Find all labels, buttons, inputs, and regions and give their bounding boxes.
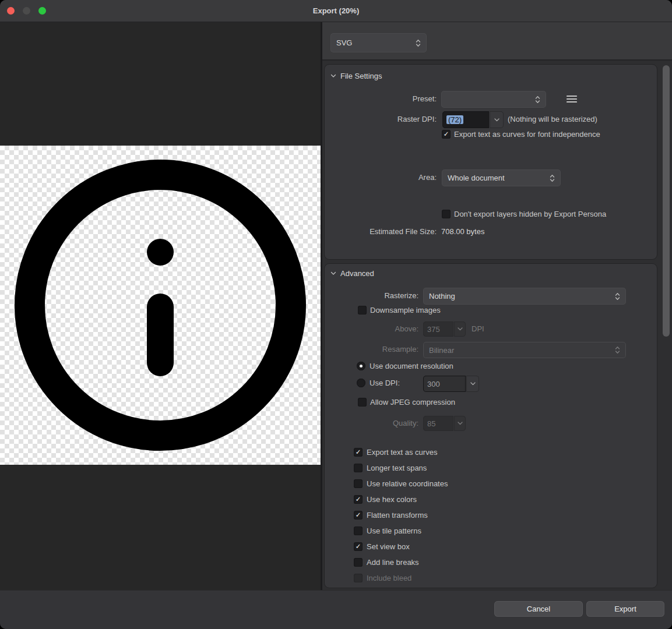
export-text-curves-label: Export text as curves for font independe… [454, 129, 600, 140]
svg-option-row: Export text as curves [325, 445, 658, 461]
raster-dpi-label: Raster DPI: [325, 114, 437, 125]
option-label: Use tile patterns [367, 525, 421, 537]
above-label: Above: [325, 323, 418, 335]
stepper-chevrons-icon [416, 39, 421, 47]
estimated-size-label: Estimated File Size: [325, 226, 437, 238]
info-circle-icon [0, 146, 321, 465]
preset-select[interactable] [441, 91, 546, 108]
raster-dpi-combo[interactable]: (72) [442, 111, 504, 128]
dont-export-hidden-label: Don't export layers hidden by Export Per… [454, 209, 606, 220]
cancel-button[interactable]: Cancel [494, 601, 583, 617]
advanced-title: Advanced [340, 269, 374, 278]
raster-dpi-dropdown-button[interactable] [490, 111, 504, 128]
chevron-down-icon [458, 422, 463, 425]
chevron-down-icon [458, 327, 463, 331]
svg-option-row: Use tile patterns [325, 524, 658, 539]
option-label: Set view box [367, 541, 410, 553]
resample-select: Bilinear [423, 342, 626, 358]
export-button[interactable]: Export [586, 601, 664, 617]
scrollbar-thumb[interactable] [663, 65, 670, 337]
option-label: Flatten transforms [367, 510, 428, 521]
chevron-down-icon [470, 382, 476, 386]
format-select-value: SVG [336, 38, 416, 47]
stepper-chevrons-icon [550, 174, 555, 182]
chevron-down-icon [494, 118, 499, 122]
format-select[interactable]: SVG [330, 33, 427, 52]
export-dialog: Export (20%) SVG [0, 0, 672, 629]
use-dpi-radio[interactable] [357, 379, 365, 387]
settings-pane: SVG File Settings Preset: [322, 22, 672, 590]
rasterize-select-value: Nothing [429, 292, 615, 301]
estimated-size-value: 708.00 bytes [441, 226, 484, 238]
raster-dpi-value: (72) [446, 115, 463, 124]
preset-label: Preset: [325, 93, 437, 105]
use-doc-resolution-label: Use document resolution [370, 361, 453, 372]
option-checkbox[interactable] [354, 558, 363, 567]
use-dpi-value: 300 [427, 380, 440, 388]
option-checkbox[interactable] [354, 479, 363, 488]
option-checkbox[interactable] [354, 511, 363, 520]
preset-menu-icon[interactable] [567, 95, 577, 103]
svg-option-row: Add line breaks [325, 555, 658, 571]
downsample-checkbox[interactable] [358, 306, 367, 314]
svg-option-row: Include bleed [325, 571, 658, 586]
svg-option-row: Longer text spans [325, 461, 658, 476]
jpeg-compression-checkbox[interactable] [358, 398, 367, 407]
option-label: Use relative coordinates [367, 478, 448, 490]
resample-select-value: Bilinear [429, 346, 615, 355]
svg-option-row: Flatten transforms [325, 508, 658, 524]
file-settings-title: File Settings [340, 72, 382, 80]
option-label: Longer text spans [367, 462, 427, 474]
export-text-curves-checkbox[interactable] [442, 130, 451, 139]
raster-dpi-field[interactable]: (72) [442, 111, 489, 128]
option-label: Add line breaks [367, 557, 419, 568]
area-select[interactable]: Whole document [442, 169, 561, 186]
advanced-panel: Advanced Rasterize: Nothing Downsample i… [324, 263, 657, 588]
option-checkbox[interactable] [354, 464, 363, 472]
quality-field: 85 [423, 416, 453, 431]
quality-label: Quality: [325, 418, 418, 429]
stepper-chevrons-icon [615, 292, 620, 301]
option-label: Include bleed [367, 573, 411, 584]
dont-export-hidden-checkbox[interactable] [442, 210, 451, 218]
option-label: Export text as curves [367, 447, 437, 458]
footer-bar: Cancel Export [0, 590, 672, 629]
above-field: 375 [423, 321, 453, 337]
use-dpi-combo[interactable]: 300 [423, 376, 479, 392]
option-checkbox [354, 574, 363, 582]
use-dpi-dropdown-button[interactable] [466, 376, 479, 392]
disclosure-chevron-icon [330, 271, 336, 275]
quality-value: 85 [427, 419, 435, 428]
transparency-checkerboard [0, 146, 321, 465]
option-checkbox[interactable] [354, 542, 363, 551]
option-checkbox[interactable] [354, 495, 363, 504]
use-doc-resolution-radio[interactable] [357, 362, 365, 370]
option-checkbox[interactable] [354, 448, 363, 457]
svg-option-row: Set view box [325, 539, 658, 555]
downsample-label: Downsample images [370, 305, 441, 316]
svg-option-row: Use hex colors [325, 492, 658, 508]
quality-combo: 85 [423, 416, 466, 431]
title-bar: Export (20%) [0, 0, 672, 22]
jpeg-compression-label: Allow JPEG compression [370, 397, 455, 408]
svg-option-row: Use relative coordinates [325, 476, 658, 492]
preview-pane [0, 22, 321, 590]
format-strip: SVG [322, 22, 672, 61]
above-unit: DPI [472, 323, 484, 335]
file-settings-panel: File Settings Preset: Raster DPI: (72) [324, 64, 657, 260]
window-title: Export (20%) [0, 0, 672, 22]
stepper-chevrons-icon [535, 96, 540, 104]
option-label: Use hex colors [367, 494, 417, 506]
disclosure-chevron-icon [330, 74, 336, 78]
option-checkbox[interactable] [354, 526, 363, 535]
use-dpi-field[interactable]: 300 [423, 376, 466, 392]
above-dropdown-button [454, 321, 466, 337]
rasterize-label: Rasterize: [325, 290, 418, 302]
rasterize-select[interactable]: Nothing [423, 288, 626, 305]
advanced-header[interactable]: Advanced [330, 269, 374, 278]
file-settings-header[interactable]: File Settings [330, 72, 382, 80]
resample-label: Resample: [325, 344, 418, 355]
above-value: 375 [427, 325, 440, 334]
area-select-value: Whole document [448, 174, 550, 182]
use-dpi-label: Use DPI: [370, 377, 400, 389]
